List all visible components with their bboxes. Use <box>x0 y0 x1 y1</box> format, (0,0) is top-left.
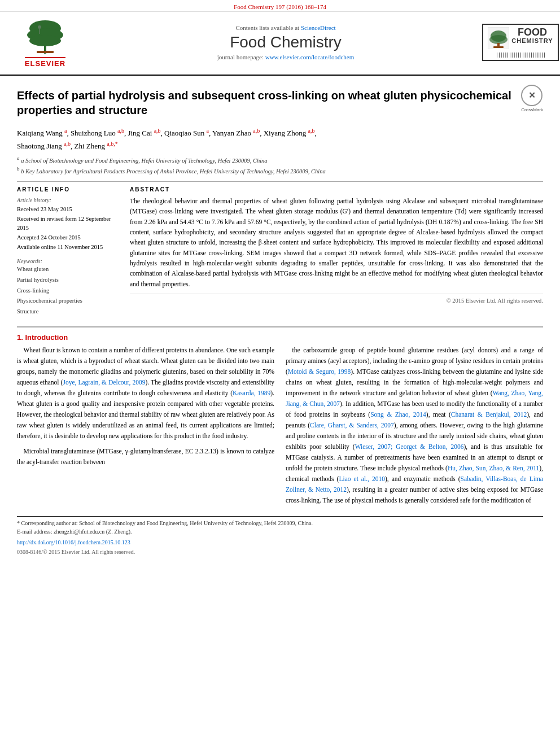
elsevier-tree-icon <box>20 16 71 56</box>
ref-motoki[interactable]: Motoki & Seguro, 1998 <box>288 368 351 375</box>
online-date: Available online 11 November 2015 <box>17 243 119 252</box>
doi-line: http://dx.doi.org/10.1016/j.foodchem.201… <box>17 538 543 547</box>
crossmark[interactable]: ✕ CrossMark <box>521 85 543 112</box>
ref-wang2007[interactable]: Wang, Zhao, Yang, Jiang, & Chun, 2007 <box>286 390 543 407</box>
intro-p3: the carboxamide group of peptide-bound g… <box>286 345 543 506</box>
article-info-block: Article history: Received 23 May 2015 Re… <box>17 196 119 252</box>
ref-chanarat[interactable]: Chanarat & Benjakul, 2012 <box>451 411 527 418</box>
svg-rect-4 <box>37 51 54 53</box>
doi-link[interactable]: http://dx.doi.org/10.1016/j.foodchem.201… <box>17 539 130 545</box>
svg-rect-11 <box>493 46 504 48</box>
affiliations: a a School of Biotechnology and Food Eng… <box>17 155 543 176</box>
journal-header: Food Chemistry 197 (2016) 168–174 <box>0 0 560 76</box>
intro-p2: Microbial transglutaminase (MTGase, γ-gl… <box>17 446 274 468</box>
ref-clare[interactable]: Clare, Gharst, & Sanders, 2007 <box>310 422 394 429</box>
journal-citation: Food Chemistry 197 (2016) 168–174 <box>234 3 326 10</box>
footnote-email: E-mail address: zhengzhi@hfut.edu.cn (Z.… <box>17 527 543 536</box>
authors: Kaiqiang Wang a, Shuizhong Luo a,b, Jing… <box>17 126 543 152</box>
crossmark-icon[interactable]: ✕ <box>521 85 542 106</box>
keywords-block: Keywords: Wheat glutenPartial hydrolysis… <box>17 258 119 317</box>
svg-point-9 <box>489 35 508 44</box>
journal-title: Food Chemistry <box>79 33 492 51</box>
issn-line: 0308-8146/© 2015 Elsevier Ltd. All right… <box>17 548 543 556</box>
svg-point-5 <box>38 25 41 29</box>
top-bar: Food Chemistry 197 (2016) 168–174 <box>0 0 560 12</box>
body-col-right: the carboxamide group of peptide-bound g… <box>286 345 543 510</box>
accepted-date: Accepted 24 October 2015 <box>17 233 119 243</box>
food-chemistry-logo: FOOD CHEMISTRY ||||||||||||||||||||||| <box>492 24 549 61</box>
homepage-link[interactable]: www.elsevier.com/locate/foodchem <box>265 54 355 60</box>
body-columns: Wheat flour is known to contain a number… <box>17 345 543 510</box>
elsevier-logo: ELSEVIER <box>11 16 79 68</box>
section-title: 1. Introduction <box>17 333 543 342</box>
science-direct-text: Contents lists available at ScienceDirec… <box>79 24 492 31</box>
journal-homepage: journal homepage: www.elsevier.com/locat… <box>79 54 492 60</box>
article-info-label: ARTICLE INFO <box>17 186 119 193</box>
intro-p1: Wheat flour is known to contain a number… <box>17 345 274 442</box>
fc-food-text: FOOD <box>511 27 553 37</box>
keywords-items: Wheat glutenPartial hydrolysisCross-link… <box>17 264 119 317</box>
copyright-line: © 2015 Elsevier Ltd. All rights reserved… <box>130 294 543 304</box>
fc-chemistry-text: CHEMISTRY <box>511 37 553 45</box>
right-col: ABSTRACT The rheological behavior and th… <box>130 186 543 317</box>
fc-barcode: ||||||||||||||||||||||| <box>488 53 553 58</box>
ref-song[interactable]: Song & Zhao, 2014 <box>370 411 426 418</box>
body-col-left: Wheat flour is known to contain a number… <box>17 345 274 510</box>
journal-center: Contents lists available at ScienceDirec… <box>79 24 492 60</box>
article-info-abstract: ARTICLE INFO Article history: Received 2… <box>17 181 543 317</box>
footnote-corresponding: * Corresponding author at: School of Bio… <box>17 519 543 527</box>
revised-date: Received in revised form 12 September 20… <box>17 215 119 234</box>
ref-joye[interactable]: Joye, Lagrain, & Delcour, 2009 <box>63 379 145 386</box>
left-col: ARTICLE INFO Article history: Received 2… <box>17 186 119 317</box>
ref-sabadin[interactable]: Sabadin, Villas-Boas, de Lima Zollner, &… <box>286 475 543 493</box>
abstract-label: ABSTRACT <box>130 186 543 193</box>
introduction-section: 1. Introduction Wheat flour is known to … <box>17 326 543 556</box>
footnote-section: * Corresponding author at: School of Bio… <box>17 516 543 556</box>
fc-logo-box: FOOD CHEMISTRY ||||||||||||||||||||||| <box>482 24 558 61</box>
footnote-email-link[interactable]: zhengzhi@hfut.edu.cn (Z. Zheng). <box>54 528 132 535</box>
keywords-label: Keywords: <box>17 258 119 264</box>
main-content: Effects of partial hydrolysis and subseq… <box>0 76 560 563</box>
ref-wieser[interactable]: Wieser, 2007; Georget & Belton, 2006 <box>355 443 464 450</box>
elsevier-brand: ELSEVIER <box>25 57 65 68</box>
svg-point-3 <box>29 35 61 46</box>
header-content: ELSEVIER Contents lists available at Sci… <box>0 12 560 72</box>
ref-kasarda[interactable]: Kasarda, 1989 <box>233 390 270 396</box>
article-title-row: Effects of partial hydrolysis and subseq… <box>17 82 543 122</box>
received-date: Received 23 May 2015 <box>17 205 119 215</box>
science-direct-link[interactable]: ScienceDirect <box>301 24 336 31</box>
article-history-label: Article history: <box>17 196 119 205</box>
page: Food Chemistry 197 (2016) 168–174 <box>0 0 560 563</box>
ref-hu[interactable]: Hu, Zhao, Sun, Zhao, & Ren, 2011 <box>448 465 539 471</box>
abstract-text: The rheological behavior and thermal pro… <box>130 196 543 290</box>
article-title: Effects of partial hydrolysis and subseq… <box>17 88 515 117</box>
ref-liao[interactable]: Liao et al., 2010 <box>339 475 385 482</box>
